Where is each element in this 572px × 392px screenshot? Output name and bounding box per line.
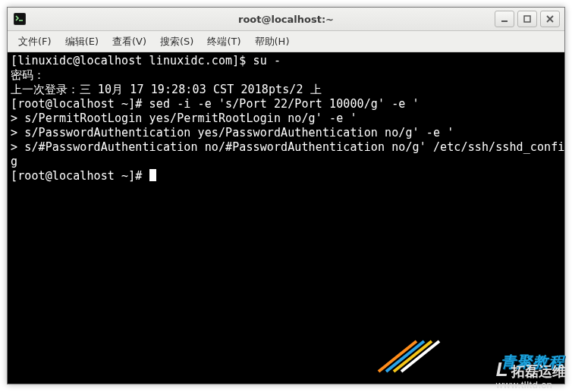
terminal-line: > s/PasswordAuthentication yes/PasswordA…	[11, 126, 454, 140]
terminal-line: 上一次登录：三 10月 17 19:28:03 CST 2018pts/2 上	[11, 83, 322, 96]
minimize-icon	[500, 14, 509, 24]
menu-help[interactable]: 帮助(H)	[249, 33, 296, 51]
terminal-cursor	[149, 169, 156, 181]
terminal-line: g	[11, 155, 17, 168]
maximize-icon	[523, 14, 532, 24]
menu-edit[interactable]: 编辑(E)	[59, 33, 105, 51]
terminal-line: [root@localhost ~]# sed -i -e 's/Port 22…	[11, 97, 420, 111]
menu-file[interactable]: 文件(F)	[12, 33, 58, 51]
terminal-line: > s/PermitRootLogin yes/PermitRootLogin …	[11, 111, 357, 125]
window-title: root@localhost:~	[8, 14, 564, 25]
terminal-window: root@localhost:~ 文件(F) 编辑(E) 查看(V) 搜索(S)…	[7, 7, 565, 384]
menubar: 文件(F) 编辑(E) 查看(V) 搜索(S) 终端(T) 帮助(H)	[8, 31, 564, 52]
close-icon	[545, 14, 555, 24]
close-button[interactable]	[540, 11, 560, 27]
terminal-line: [linuxidc@localhost linuxidc.com]$ su -	[11, 54, 281, 67]
menu-terminal[interactable]: 终端(T)	[201, 33, 247, 51]
terminal-prompt: [root@localhost ~]#	[11, 169, 149, 183]
menu-view[interactable]: 查看(V)	[106, 33, 152, 51]
window-buttons	[495, 11, 560, 27]
svg-rect-4	[524, 16, 530, 22]
terminal-line: 密码：	[11, 68, 45, 82]
maximize-button[interactable]	[517, 11, 537, 27]
svg-rect-1	[14, 14, 25, 24]
titlebar: root@localhost:~	[8, 8, 564, 31]
minimize-button[interactable]	[495, 11, 514, 27]
terminal-output[interactable]: [linuxidc@localhost linuxidc.com]$ su - …	[8, 52, 564, 384]
menu-search[interactable]: 搜索(S)	[154, 33, 200, 51]
terminal-line: > s/#PasswordAuthentication no/#Password…	[11, 140, 564, 154]
terminal-icon	[14, 13, 26, 25]
